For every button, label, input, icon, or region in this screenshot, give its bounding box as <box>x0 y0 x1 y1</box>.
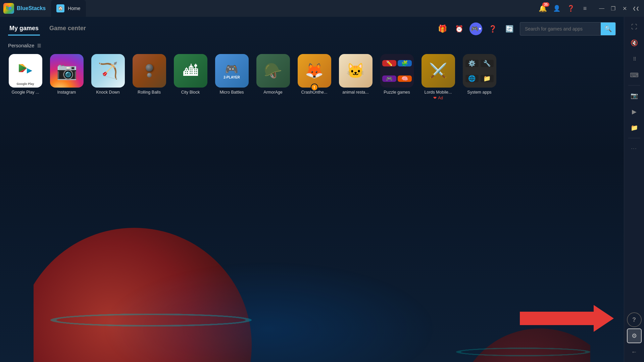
sidebar-volume-icon[interactable]: 🔇 <box>627 36 642 50</box>
knockdown-name: Knock Down <box>96 90 119 95</box>
discord-button[interactable]: 🎮 ▾ <box>469 22 482 35</box>
list-icon[interactable]: ≣ <box>37 42 41 49</box>
sidebar-settings-icon[interactable]: ⚙ <box>627 328 642 343</box>
system-apps-name: System apps <box>467 90 491 95</box>
puzzle-games-name: Puzzle games <box>384 90 410 95</box>
tab-navigation: My games Game center <box>8 22 95 36</box>
svg-marker-3 <box>9 6 11 10</box>
app-item-google-play[interactable]: Google Play Google Play ... <box>6 53 45 102</box>
notification-button[interactable]: 🔔 35 <box>538 4 547 13</box>
personalize-bar: Personalize ≣ <box>0 41 624 53</box>
micro-battles-name: Micro Battles <box>219 90 244 95</box>
bg-glow <box>101 261 436 362</box>
sidebar-divider-2 <box>628 138 640 138</box>
app-item-micro-battles[interactable]: 🎮 2-PLAYER Micro Battles <box>212 53 251 102</box>
sidebar-expand-icon[interactable]: ⛶ <box>627 19 642 34</box>
home-tab[interactable]: 🏠 Home <box>51 0 86 17</box>
app-grid: Google Play Google Play ... 📷 Instagram … <box>0 53 624 102</box>
sidebar-more-icon[interactable]: ··· <box>627 141 642 156</box>
discord-dropdown-icon: ▾ <box>479 27 481 31</box>
app-item-system-apps[interactable]: ⚙️ 🔧 🌐 📁 System apps <box>460 53 499 102</box>
planet-2 <box>456 328 590 362</box>
personalize-label: Personalize <box>8 43 34 48</box>
system-apps-icon: ⚙️ 🔧 🌐 📁 <box>463 54 496 88</box>
topbar: My games Game center 🎁 ⏰ 🎮 ▾ ❓ 🔄 <box>0 17 624 41</box>
search-bar: 🔍 <box>520 22 616 36</box>
menu-icon[interactable]: ≡ <box>580 4 590 13</box>
app-item-knock-down[interactable]: 🏹 Knock Down <box>89 53 127 102</box>
app-logo: BlueStacks <box>3 3 46 14</box>
sidebar-folder-icon[interactable]: 📁 <box>627 120 642 135</box>
city-block-icon: 🏙 <box>174 54 207 88</box>
right-sidebar: ⛶ 🔇 ⠿ ⌨ 📷 ▶ 📁 ··· ? ⚙ ← <box>624 17 644 362</box>
app-name: BlueStacks <box>17 5 46 11</box>
app-item-lords-mobile[interactable]: ⚔️ Lords Mobile... ❤ Ad <box>419 53 457 102</box>
topbar-actions: 🎁 ⏰ 🎮 ▾ ❓ 🔄 🔍 <box>436 22 616 36</box>
window-controls: — ❐ ✕ ❮❮ <box>597 4 641 13</box>
sidebar-video-icon[interactable]: ▶ <box>627 104 642 119</box>
timer-button[interactable]: ⏰ <box>453 22 465 35</box>
lords-mobile-name: Lords Mobile... <box>425 90 452 95</box>
lords-mobile-icon: ⚔️ <box>422 54 455 88</box>
home-tab-label: Home <box>68 6 80 11</box>
tab-my-games[interactable]: My games <box>8 22 40 36</box>
ad-label: ❤ Ad <box>433 96 443 100</box>
instagram-icon: 📷 <box>50 54 84 88</box>
titlebar-controls: 🔔 35 👤 ❓ ≡ — ❐ ✕ ❮❮ <box>538 4 641 13</box>
rolling-balls-name: Rolling Balls <box>138 90 161 95</box>
maximize-button[interactable]: ❐ <box>608 4 618 13</box>
planet-1 <box>34 228 252 362</box>
close-button[interactable]: ✕ <box>620 4 629 13</box>
svg-marker-8 <box>520 305 614 332</box>
help-circle-button[interactable]: ❓ <box>486 22 499 35</box>
armor-age-icon: 🪖 <box>256 54 290 88</box>
background-visual <box>34 161 590 362</box>
animal-restaurant-icon: 🐱 <box>339 54 373 88</box>
svg-marker-7 <box>27 68 32 73</box>
notification-count: 35 <box>542 2 549 7</box>
gift-button[interactable]: 🎁 <box>436 22 449 35</box>
app-item-puzzle-games[interactable]: ✏️ 🧩 🎮 🧠 Puzzle games <box>378 53 416 102</box>
puzzle-games-icon: ✏️ 🧩 🎮 🧠 <box>380 54 414 88</box>
search-button[interactable]: 🔍 <box>601 22 615 35</box>
refresh-button[interactable]: 🔄 <box>503 22 516 35</box>
question-icon: ❓ <box>489 25 497 33</box>
sidebar-camera-icon[interactable]: 📷 <box>627 88 642 103</box>
discord-icon: 🎮 <box>471 25 478 33</box>
sidebar-back-icon[interactable]: ← <box>627 345 642 359</box>
search-icon: 🔍 <box>604 25 612 33</box>
instagram-name: Instagram <box>57 90 76 95</box>
planet-ring-2 <box>456 348 590 356</box>
red-arrow-indicator <box>520 305 614 332</box>
bluestacks-logo-icon <box>3 3 14 14</box>
app-item-rolling-balls[interactable]: Rolling Balls <box>130 53 168 102</box>
sidebar-keyboard-icon[interactable]: ⌨ <box>627 68 642 83</box>
ad-text: Ad <box>438 96 443 100</box>
minimize-button[interactable]: — <box>597 4 606 13</box>
animal-restaurant-name: animal resta... <box>342 90 369 95</box>
app-item-crash-onthe[interactable]: 🦊 ! CrashOnthe... <box>295 53 334 102</box>
timer-icon: ⏰ <box>455 25 463 33</box>
armor-age-name: ArmorAge <box>263 90 282 95</box>
google-play-name: Google Play ... <box>12 90 39 95</box>
rolling-balls-icon <box>133 54 166 88</box>
knockdown-icon: 🏹 <box>91 54 125 88</box>
app-item-instagram[interactable]: 📷 Instagram <box>47 53 86 102</box>
app-item-city-block[interactable]: 🏙 City Block <box>171 53 210 102</box>
app-item-armor-age[interactable]: 🪖 ArmorAge <box>254 53 292 102</box>
refresh-icon: 🔄 <box>505 25 514 33</box>
main-content: My games Game center 🎁 ⏰ 🎮 ▾ ❓ 🔄 <box>0 17 624 362</box>
gplay-label: Google Play <box>11 82 40 86</box>
planet-ring-1 <box>50 314 252 327</box>
sidebar-dots-icon[interactable]: ⠿ <box>627 52 642 66</box>
collapse-button[interactable]: ❮❮ <box>631 4 641 13</box>
profile-icon[interactable]: 👤 <box>552 4 561 13</box>
search-input[interactable] <box>520 23 601 34</box>
tab-game-center[interactable]: Game center <box>48 22 87 36</box>
city-block-name: City Block <box>181 90 200 95</box>
help-icon[interactable]: ❓ <box>566 4 576 13</box>
sidebar-help-icon[interactable]: ? <box>627 312 642 327</box>
app-item-animal-restaurant[interactable]: 🐱 animal resta... <box>336 53 375 102</box>
crash-icon: 🦊 <box>298 54 331 88</box>
titlebar: BlueStacks 🏠 Home 🔔 35 👤 ❓ ≡ — ❐ ✕ ❮❮ <box>0 0 644 17</box>
